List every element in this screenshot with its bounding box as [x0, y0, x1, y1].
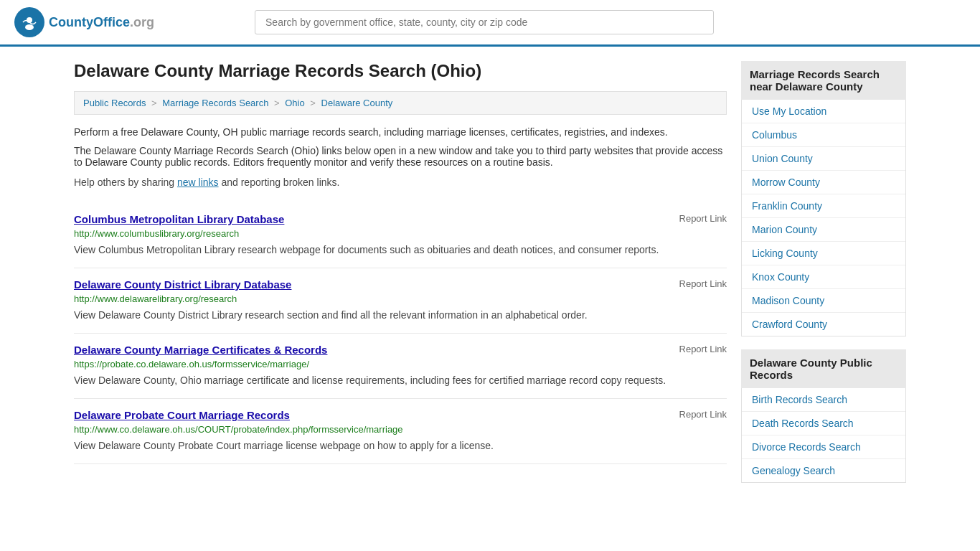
record-block: Delaware County District Library Databas…	[74, 268, 727, 334]
report-link[interactable]: Report Link	[679, 409, 727, 420]
sidebar-item-madison-county[interactable]: Madison County	[742, 289, 905, 313]
sidebar-item-crawford-county[interactable]: Crawford County	[742, 313, 905, 336]
sidebar-item-columbus[interactable]: Columbus	[742, 123, 905, 147]
header: CountyOffice.org	[0, 0, 980, 47]
record-header: Delaware Probate Court Marriage Records …	[74, 409, 727, 421]
logo-icon	[14, 7, 44, 37]
sidebar-public-records-title: Delaware County Public Records	[741, 349, 906, 388]
sidebar-nearby-list: Use My Location Columbus Union County Mo…	[741, 100, 906, 336]
sidebar-item-union-county[interactable]: Union County	[742, 147, 905, 171]
crawford-county-link[interactable]: Crawford County	[752, 319, 827, 330]
licking-county-link[interactable]: Licking County	[752, 248, 818, 259]
franklin-county-link[interactable]: Franklin County	[752, 200, 822, 212]
sidebar-item-franklin-county[interactable]: Franklin County	[742, 194, 905, 218]
marion-county-link[interactable]: Marion County	[752, 224, 817, 235]
union-county-link[interactable]: Union County	[752, 153, 813, 164]
morrow-county-link[interactable]: Morrow County	[752, 176, 820, 188]
genealogy-link[interactable]: Genealogy Search	[752, 465, 835, 476]
record-url[interactable]: http://www.delawarelibrary.org/research	[74, 293, 727, 304]
sidebar-public-records-list: Birth Records Search Death Records Searc…	[741, 388, 906, 483]
death-records-link[interactable]: Death Records Search	[752, 418, 854, 429]
record-block: Delaware Probate Court Marriage Records …	[74, 399, 727, 464]
breadcrumb-public-records[interactable]: Public Records	[83, 98, 146, 108]
record-desc: View Delaware County Probate Court marri…	[74, 438, 727, 453]
record-title[interactable]: Delaware Probate Court Marriage Records	[74, 409, 290, 421]
sidebar-item-use-location[interactable]: Use My Location	[742, 100, 905, 123]
record-desc: View Columbus Metropolitan Library resea…	[74, 242, 727, 258]
report-link[interactable]: Report Link	[679, 344, 727, 354]
logo-text: CountyOffice.org	[49, 15, 154, 30]
page-title: Delaware County Marriage Records Search …	[74, 61, 727, 81]
svg-point-2	[25, 24, 34, 30]
sidebar: Marriage Records Search near Delaware Co…	[741, 61, 906, 496]
sidebar-item-licking-county[interactable]: Licking County	[742, 242, 905, 265]
record-url[interactable]: http://www.columbuslibrary.org/research	[74, 228, 727, 239]
columbus-link[interactable]: Columbus	[752, 129, 797, 141]
record-header: Delaware County District Library Databas…	[74, 278, 727, 291]
record-desc: View Delaware County, Ohio marriage cert…	[74, 373, 727, 388]
sidebar-item-genealogy[interactable]: Genealogy Search	[742, 459, 905, 482]
birth-records-link[interactable]: Birth Records Search	[752, 394, 847, 405]
record-title[interactable]: Delaware County Marriage Certificates & …	[74, 344, 327, 356]
breadcrumb-marriage-records-search[interactable]: Marriage Records Search	[162, 98, 268, 108]
record-header: Columbus Metropolitan Library Database R…	[74, 213, 727, 225]
breadcrumb: Public Records > Marriage Records Search…	[74, 91, 727, 115]
sidebar-item-marion-county[interactable]: Marion County	[742, 218, 905, 242]
intro-paragraph-2: The Delaware County Marriage Records Sea…	[74, 145, 727, 168]
report-link[interactable]: Report Link	[679, 278, 727, 289]
sidebar-item-knox-county[interactable]: Knox County	[742, 265, 905, 289]
search-container	[255, 10, 714, 34]
sharing-text: Help others by sharing new links and rep…	[74, 175, 727, 190]
record-title[interactable]: Delaware County District Library Databas…	[74, 278, 291, 291]
record-header: Delaware County Marriage Certificates & …	[74, 344, 727, 356]
sidebar-item-divorce-records[interactable]: Divorce Records Search	[742, 435, 905, 459]
sidebar-nearby-title: Marriage Records Search near Delaware Co…	[741, 61, 906, 100]
knox-county-link[interactable]: Knox County	[752, 271, 809, 283]
main-content: Delaware County Marriage Records Search …	[74, 61, 727, 496]
record-desc: View Delaware County District Library re…	[74, 308, 727, 323]
logo[interactable]: CountyOffice.org	[14, 7, 154, 37]
record-url[interactable]: https://probate.co.delaware.oh.us/formss…	[74, 359, 727, 369]
search-input[interactable]	[255, 10, 714, 34]
breadcrumb-ohio[interactable]: Ohio	[285, 98, 304, 108]
breadcrumb-delaware-county[interactable]: Delaware County	[321, 98, 393, 108]
sidebar-item-morrow-county[interactable]: Morrow County	[742, 171, 905, 194]
body-layout: Delaware County Marriage Records Search …	[60, 47, 920, 510]
intro-paragraph-1: Perform a free Delaware County, OH publi…	[74, 126, 727, 138]
use-location-link[interactable]: Use My Location	[752, 105, 826, 117]
record-url[interactable]: http://www.co.delaware.oh.us/COURT/proba…	[74, 424, 727, 435]
madison-county-link[interactable]: Madison County	[752, 295, 824, 306]
record-title[interactable]: Columbus Metropolitan Library Database	[74, 213, 284, 225]
record-block: Delaware County Marriage Certificates & …	[74, 334, 727, 399]
new-links-link[interactable]: new links	[177, 176, 219, 188]
record-block: Columbus Metropolitan Library Database R…	[74, 203, 727, 268]
sidebar-item-death-records[interactable]: Death Records Search	[742, 412, 905, 435]
divorce-records-link[interactable]: Divorce Records Search	[752, 441, 861, 453]
report-link[interactable]: Report Link	[679, 213, 727, 224]
sidebar-item-birth-records[interactable]: Birth Records Search	[742, 388, 905, 412]
